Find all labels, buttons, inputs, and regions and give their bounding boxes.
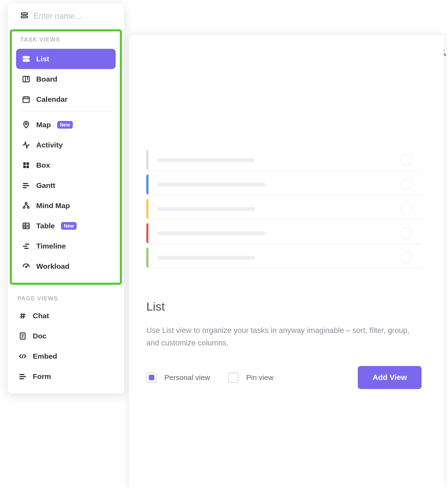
page-views-section: PAGE VIEWS Chat Doc Embed Form [8,288,124,387]
view-item-embed[interactable]: Embed [15,346,117,366]
svg-rect-23 [23,223,29,229]
svg-rect-5 [23,76,29,82]
calendar-icon [22,95,31,104]
activity-icon [22,140,31,150]
view-item-board[interactable]: Board [16,69,116,89]
svg-rect-18 [23,185,29,186]
svg-rect-2 [21,16,28,18]
view-item-label: Table [36,222,55,230]
view-item-label: Chat [33,312,49,320]
view-item-chat[interactable]: Chat [15,306,117,326]
svg-rect-41 [20,374,24,375]
pin-view-label: Pin view [246,373,273,382]
page-views-label: PAGE VIEWS [15,294,117,306]
gantt-icon [22,181,31,190]
view-item-map[interactable]: Map New [16,115,116,135]
list-icon [22,54,31,63]
timeline-icon [22,242,31,251]
svg-rect-13 [23,162,26,165]
divider [20,112,112,112]
view-item-label: Box [36,161,50,169]
view-item-label: Mind Map [36,201,70,210]
svg-rect-42 [20,376,26,377]
view-name-input[interactable] [33,12,116,21]
view-item-doc[interactable]: Doc [15,326,117,346]
list-icon [20,11,29,21]
svg-rect-29 [24,248,29,249]
embed-icon [18,352,27,361]
svg-line-34 [21,313,22,319]
svg-rect-4 [23,60,29,61]
preview-row [146,150,422,170]
doc-icon [18,331,27,341]
view-item-box[interactable]: Box [16,155,116,175]
svg-rect-8 [23,97,29,102]
svg-point-0 [444,48,445,52]
hash-icon [18,311,27,320]
preview-row [146,247,422,268]
preview-row [146,199,422,219]
svg-rect-14 [26,162,29,165]
view-item-label: Doc [33,332,47,340]
list-preview [146,150,422,272]
view-item-label: List [36,55,49,63]
svg-rect-15 [23,166,26,168]
name-row [8,3,124,29]
personal-view-label: Personal view [164,373,210,382]
detail-title: List [146,300,165,313]
view-item-list[interactable]: List [16,49,116,69]
view-item-label: Gantt [36,181,55,190]
map-pin-icon [22,120,31,129]
svg-line-40 [22,354,23,358]
view-item-label: Workload [36,262,69,270]
new-badge: New [61,222,77,230]
view-item-label: Form [33,372,51,381]
workload-icon [22,262,31,271]
view-item-label: Calendar [36,95,68,104]
svg-rect-3 [23,56,29,58]
view-picker: TASK VIEWS List Board Calendar Map [8,3,124,394]
view-item-gantt[interactable]: Gantt [16,175,116,196]
detail-description: Use List view to organize your tasks in … [146,324,411,350]
svg-marker-43 [20,378,25,379]
view-item-label: Timeline [36,242,66,250]
svg-rect-1 [21,13,28,15]
avatar-icon [444,47,448,59]
options-row: Personal view Pin view Add View [146,366,422,389]
view-item-form[interactable]: Form [15,366,117,387]
view-item-activity[interactable]: Activity [16,135,116,155]
preview-row [146,174,422,195]
view-item-label: Board [36,75,57,83]
view-item-label: Activity [36,141,63,149]
svg-rect-16 [26,166,29,168]
view-item-timeline[interactable]: Timeline [16,236,116,256]
svg-point-12 [25,123,27,125]
box-icon [22,161,31,170]
pin-view-checkbox[interactable] [228,372,239,383]
board-icon [22,75,31,84]
new-badge: New [57,121,73,129]
task-views-label: TASK VIEWS [16,35,116,49]
task-views-highlight: TASK VIEWS List Board Calendar Map [10,29,122,285]
svg-rect-27 [25,244,29,245]
view-item-table[interactable]: Table New [16,216,116,236]
personal-view-checkbox[interactable] [146,372,157,383]
svg-line-35 [23,313,24,319]
svg-point-31 [26,267,27,268]
view-item-calendar[interactable]: Calendar [16,89,116,109]
view-item-workload[interactable]: Workload [16,256,116,276]
svg-rect-19 [23,187,26,188]
mindmap-icon [22,201,31,210]
add-view-button[interactable]: Add View [358,366,422,389]
view-item-label: Embed [33,352,57,360]
table-icon [22,221,31,230]
svg-rect-17 [23,183,28,184]
form-icon [18,372,27,381]
preview-row [146,223,422,243]
view-item-label: Map [36,121,51,129]
svg-rect-28 [23,246,27,247]
view-item-mindmap[interactable]: Mind Map [16,196,116,216]
